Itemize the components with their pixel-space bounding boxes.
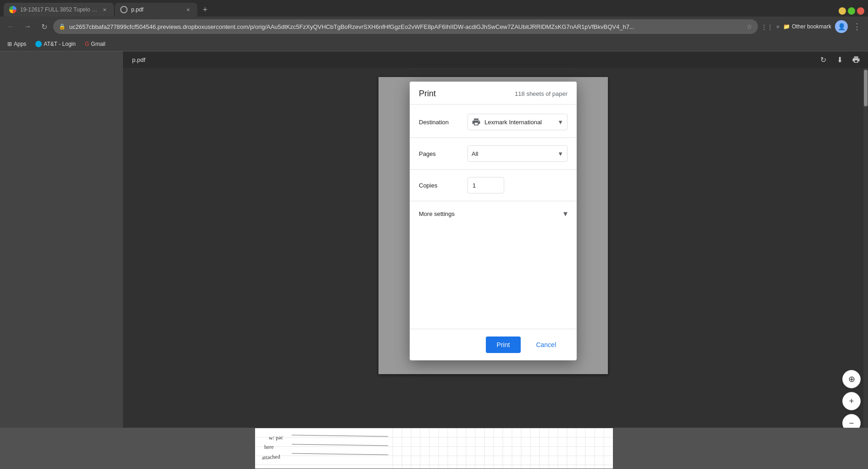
close-button[interactable]: ✕ — [857, 7, 864, 15]
pdf-pages[interactable]: Print 118 sheets of paper Destination — [123, 68, 863, 469]
copies-value: 1 — [473, 182, 476, 189]
print-overlay: Print 118 sheets of paper Destination — [123, 68, 863, 469]
toolbar: ← → ↻ 🔒 uc2657cbbafa277899cfcf504546.pre… — [0, 17, 868, 37]
destination-value: Lexmark International — [484, 119, 557, 126]
print-pages-row: Pages All ▼ — [410, 140, 577, 167]
bottom-area: w/ pac here attached — [0, 428, 868, 469]
copies-input[interactable]: 1 — [467, 177, 504, 193]
pdf-toolbar: p.pdf ↻ ⬇ — [123, 51, 868, 68]
more-settings-label: More settings — [419, 210, 455, 217]
print-copies-row: Copies 1 — [410, 171, 577, 199]
bookmark-att-label: AT&T - Login — [44, 41, 76, 47]
tab-bar: 19-12617 FULL 3852 Tupelo Bra... ✕ p.pdf… — [0, 0, 868, 17]
pages-value: All — [472, 150, 557, 157]
destination-control: Lexmark International ▼ — [467, 114, 568, 130]
svg-text:attached: attached — [262, 453, 280, 461]
copies-control: 1 — [467, 177, 568, 193]
bookmark-gmail[interactable]: G Gmail — [81, 39, 109, 50]
pdf-scrollbar[interactable] — [863, 68, 868, 469]
new-tab-button[interactable]: + — [198, 3, 212, 17]
cancel-button[interactable]: Cancel — [524, 337, 568, 353]
menu-button[interactable]: ⋮ — [850, 19, 864, 34]
bookmark-more-label: » — [776, 23, 779, 30]
zoom-in-button[interactable]: + — [842, 392, 861, 410]
pages-select[interactable]: All ▼ — [467, 145, 568, 162]
bookmarks-bar: ⊞ Apps AT&T - Login G Gmail — [0, 37, 868, 51]
bookmark-att[interactable]: AT&T - Login — [32, 39, 79, 50]
profile-avatar[interactable]: 👤 — [835, 20, 848, 33]
bookmark-apps[interactable]: ⊞ Apps — [4, 39, 30, 50]
folder-icon: 📁 — [783, 23, 790, 30]
back-button[interactable]: ← — [4, 19, 18, 34]
tab-1-close[interactable]: ✕ — [101, 6, 108, 13]
browser-frame: 19-12617 FULL 3852 Tupelo Bra... ✕ p.pdf… — [0, 0, 868, 469]
tab-2-favicon — [120, 6, 128, 13]
pdf-viewport: Print 118 sheets of paper Destination — [123, 68, 868, 469]
bookmark-apps-label: Apps — [14, 41, 26, 47]
print-header: Print 118 sheets of paper — [410, 82, 577, 105]
print-sheets-count: 118 sheets of paper — [515, 90, 568, 97]
tab-1[interactable]: 19-12617 FULL 3852 Tupelo Bra... ✕ — [4, 3, 114, 17]
reload-button[interactable]: ↻ — [37, 19, 51, 34]
viewer-container: p.pdf ↻ ⬇ — [0, 51, 868, 469]
pdf-area: p.pdf ↻ ⬇ — [123, 51, 868, 469]
tab-2-title: p.pdf — [131, 6, 181, 13]
svg-line-31 — [292, 435, 388, 436]
print-spacer — [410, 228, 577, 329]
extensions-button[interactable]: ⋮⋮ — [760, 19, 774, 34]
address-text: uc2657cbbafa277899cfcf504546.previews.dr… — [69, 23, 743, 30]
svg-line-32 — [292, 444, 388, 446]
apps-grid-icon: ⊞ — [7, 41, 12, 47]
att-icon — [35, 41, 42, 47]
window-controls: − □ ✕ — [839, 7, 864, 17]
minimize-button[interactable]: − — [839, 7, 846, 15]
tab-1-favicon — [9, 6, 17, 13]
tab-2-close[interactable]: ✕ — [184, 6, 192, 13]
pdf-sidebar — [0, 51, 123, 469]
pages-control: All ▼ — [467, 145, 568, 162]
fit-page-button[interactable]: ⊕ — [842, 370, 861, 388]
pdf-download-button[interactable]: ⬇ — [833, 53, 846, 66]
grid-svg: w/ pac here attached — [255, 428, 613, 469]
divider-1 — [410, 138, 577, 138]
print-dialog-title: Print — [419, 89, 436, 99]
more-settings-row[interactable]: More settings ▾ — [410, 203, 577, 224]
print-destination-row: Destination Lexmark International ▼ — [410, 108, 577, 136]
svg-line-33 — [292, 453, 388, 455]
pdf-filename: p.pdf — [128, 56, 813, 63]
address-bar[interactable]: 🔒 uc2657cbbafa277899cfcf504546.previews.… — [53, 19, 758, 34]
other-bookmarks-label: Other bookmark — [792, 23, 831, 30]
print-body: Destination Lexmark International ▼ — [410, 105, 577, 228]
other-bookmarks[interactable]: 📁 Other bookmark — [781, 23, 833, 30]
pages-label: Pages — [419, 150, 460, 157]
print-button[interactable]: Print — [486, 337, 521, 353]
tab-2[interactable]: p.pdf ✕ — [115, 3, 197, 17]
divider-3 — [410, 201, 577, 201]
gmail-icon: G — [85, 41, 89, 47]
star-icon[interactable]: ☆ — [746, 23, 752, 30]
scrollbar-thumb[interactable] — [864, 70, 868, 106]
print-dialog: Print 118 sheets of paper Destination — [410, 82, 577, 360]
copies-label: Copies — [419, 182, 460, 189]
destination-label: Destination — [419, 119, 460, 126]
pdf-reload-button[interactable]: ↻ — [817, 53, 829, 66]
printer-icon — [472, 117, 481, 127]
maximize-button[interactable]: □ — [848, 7, 855, 15]
bookmark-gmail-label: Gmail — [91, 41, 105, 47]
svg-text:w/ pac: w/ pac — [269, 434, 284, 441]
toolbar-right: ⋮⋮ » 📁 Other bookmark 👤 ⋮ — [760, 19, 864, 34]
print-footer: Print Cancel — [410, 329, 577, 360]
more-settings-chevron: ▾ — [563, 209, 568, 219]
svg-text:here: here — [264, 444, 274, 450]
bottom-page: w/ pac here attached — [255, 428, 613, 469]
destination-select[interactable]: Lexmark International ▼ — [467, 114, 568, 130]
divider-2 — [410, 169, 577, 170]
tab-1-title: 19-12617 FULL 3852 Tupelo Bra... — [20, 6, 97, 13]
forward-button[interactable]: → — [20, 19, 35, 34]
pages-dropdown-arrow: ▼ — [557, 150, 563, 157]
lock-icon: 🔒 — [59, 23, 66, 30]
destination-dropdown-arrow: ▼ — [557, 119, 563, 126]
float-buttons: ⊕ + − — [842, 370, 861, 432]
pdf-print-button[interactable] — [850, 53, 862, 66]
